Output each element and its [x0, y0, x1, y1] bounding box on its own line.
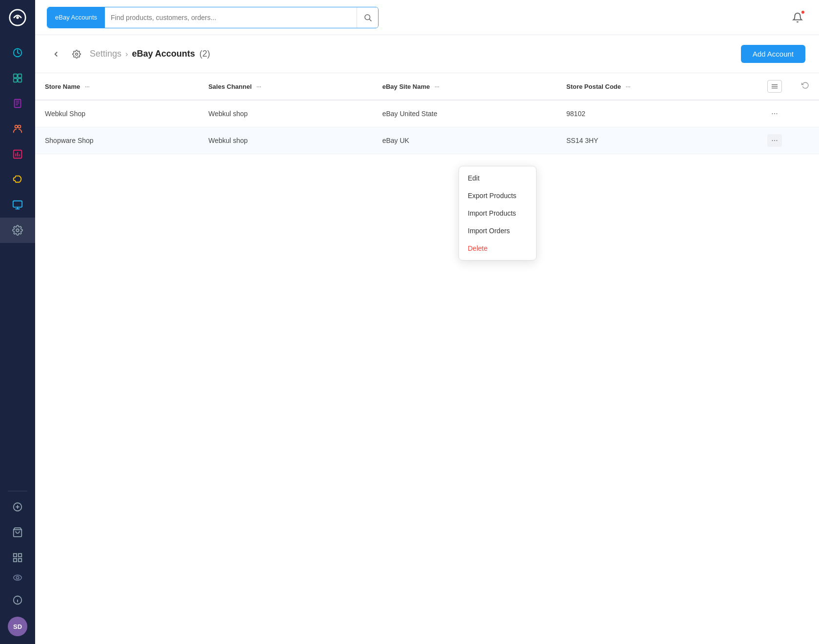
monitor-icon — [12, 199, 23, 211]
svg-point-12 — [18, 125, 20, 128]
sidebar-divider — [8, 491, 27, 491]
main-content: eBay Accounts — [35, 0, 819, 644]
svg-rect-17 — [13, 201, 22, 207]
sidebar-item-layers[interactable] — [0, 65, 35, 91]
users-icon — [12, 123, 23, 135]
table-header-row: Store Name ··· Sales Channel ··· eBay Si… — [35, 73, 819, 100]
cell-actions-1: ··· — [758, 100, 792, 127]
sidebar-item-marketing[interactable] — [0, 167, 35, 192]
col-store-name-menu[interactable]: ··· — [85, 83, 90, 90]
basket-icon — [12, 526, 23, 538]
breadcrumb-count: (2) — [200, 49, 210, 59]
search-icon — [363, 13, 372, 22]
col-ebay-site-name-menu[interactable]: ··· — [435, 83, 439, 90]
sidebar-item-basket[interactable] — [0, 520, 35, 545]
svg-rect-6 — [18, 79, 21, 82]
sidebar-nav — [0, 35, 35, 488]
col-sales-channel: Sales Channel ··· — [199, 73, 373, 100]
search-container: eBay Accounts — [47, 7, 379, 28]
sidebar-item-grid[interactable] — [0, 545, 35, 570]
svg-rect-28 — [19, 559, 21, 562]
accounts-table-container: Store Name ··· Sales Channel ··· eBay Si… — [35, 73, 819, 154]
cell-actions-2: ··· — [758, 127, 792, 154]
col-store-postal-code-menu[interactable]: ··· — [626, 83, 631, 90]
col-reset-header — [792, 73, 819, 100]
svg-rect-5 — [14, 79, 17, 82]
cell-store-name-1: Webkul Shop — [35, 100, 199, 127]
col-store-postal-code: Store Postal Code ··· — [557, 73, 758, 100]
svg-point-30 — [16, 576, 19, 579]
breadcrumb-separator: › — [125, 50, 128, 59]
cell-sales-channel-1: Webkul shop — [199, 100, 373, 127]
cell-ebay-site-1: eBay United State — [373, 100, 557, 127]
page-header-left: Settings › eBay Accounts (2) — [49, 47, 210, 61]
cell-reset-2 — [792, 127, 819, 154]
col-store-name: Store Name ··· — [35, 73, 199, 100]
svg-line-35 — [369, 19, 371, 21]
logo[interactable] — [0, 0, 35, 35]
sidebar-item-settings[interactable] — [0, 218, 35, 243]
megaphone-icon — [12, 174, 23, 185]
menu-lines-icon — [771, 83, 778, 90]
table-row: Shopware Shop Webkul shop eBay UK SS14 3… — [35, 127, 819, 154]
svg-rect-3 — [14, 74, 17, 78]
column-menu-icon[interactable] — [767, 80, 782, 93]
info-circle-icon — [12, 594, 23, 606]
search-input[interactable] — [105, 7, 357, 28]
svg-point-34 — [365, 15, 370, 20]
dropdown-item-import-orders[interactable]: Import Orders — [459, 222, 536, 240]
cell-postal-code-2: SS14 3HY — [557, 127, 758, 154]
dropdown-item-edit[interactable]: Edit — [459, 169, 536, 187]
context-dropdown-menu: Edit Export Products Import Products Imp… — [459, 166, 537, 261]
dropdown-item-delete[interactable]: Delete — [459, 240, 536, 257]
clipboard-icon — [12, 98, 23, 109]
sidebar-item-add[interactable] — [0, 494, 35, 520]
sidebar-item-info[interactable] — [0, 587, 35, 613]
logo-icon — [9, 9, 26, 26]
svg-point-29 — [14, 575, 21, 581]
header: eBay Accounts — [35, 0, 819, 35]
accounts-table: Store Name ··· Sales Channel ··· eBay Si… — [35, 73, 819, 154]
eye-toggle[interactable] — [0, 570, 35, 587]
back-icon — [52, 50, 60, 59]
sidebar: SD — [0, 0, 35, 644]
sidebar-bottom: SD — [0, 494, 35, 644]
eye-icon — [12, 573, 23, 584]
reset-icon[interactable] — [801, 82, 809, 91]
avatar[interactable]: SD — [8, 617, 27, 636]
svg-point-36 — [76, 53, 78, 55]
dropdown-item-export[interactable]: Export Products — [459, 187, 536, 204]
search-button[interactable] — [357, 7, 378, 28]
breadcrumb-parent[interactable]: Settings — [90, 49, 121, 59]
cell-reset-1 — [792, 100, 819, 127]
notifications-button[interactable] — [788, 8, 807, 27]
page-settings-button[interactable] — [69, 47, 84, 61]
sidebar-item-dashboard[interactable] — [0, 40, 35, 65]
dropdown-item-import-products[interactable]: Import Products — [459, 204, 536, 222]
settings-icon — [12, 224, 23, 236]
col-sales-channel-menu[interactable]: ··· — [257, 83, 261, 90]
breadcrumb-current: eBay Accounts (2) — [132, 49, 210, 59]
back-button[interactable] — [49, 47, 63, 61]
cell-postal-code-1: 98102 — [557, 100, 758, 127]
plus-circle-icon — [12, 501, 23, 513]
add-account-button[interactable]: Add Account — [741, 45, 805, 63]
table-row: Webkul Shop Webkul shop eBay United Stat… — [35, 100, 819, 127]
reports-icon — [12, 148, 23, 160]
row-actions-button-2[interactable]: ··· — [767, 134, 781, 147]
page-content: Settings › eBay Accounts (2) Add Account… — [35, 35, 819, 644]
grid-icon — [12, 552, 23, 564]
avatar-initials: SD — [13, 623, 22, 630]
search-tab[interactable]: eBay Accounts — [47, 7, 105, 28]
gear-icon — [72, 50, 81, 59]
cell-ebay-site-2: eBay UK — [373, 127, 557, 154]
cell-sales-channel-2: Webkul shop — [199, 127, 373, 154]
sidebar-item-reports[interactable] — [0, 141, 35, 167]
svg-point-20 — [16, 229, 19, 232]
sidebar-item-orders[interactable] — [0, 91, 35, 116]
svg-point-11 — [15, 125, 18, 128]
sidebar-item-users[interactable] — [0, 116, 35, 141]
sidebar-item-monitor[interactable] — [0, 192, 35, 218]
clock-icon — [12, 47, 23, 59]
row-actions-button-1[interactable]: ··· — [767, 107, 781, 120]
